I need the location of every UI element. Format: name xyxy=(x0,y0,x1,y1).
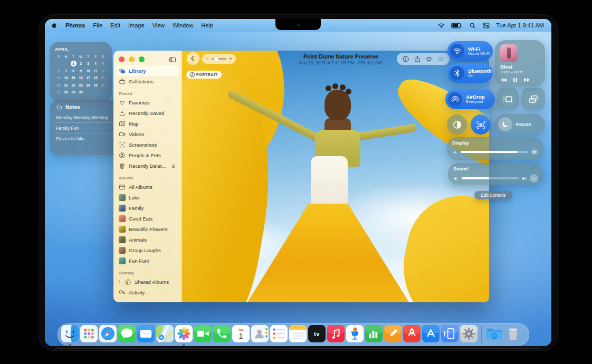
screen-mirroring-button[interactable] xyxy=(521,88,545,110)
bluetooth-toggle[interactable]: BluetoothOn xyxy=(447,63,493,83)
notes-folder-icon xyxy=(56,104,63,110)
dock-safari-icon[interactable] xyxy=(99,324,117,345)
now-playing-widget[interactable]: Blest Yuno – Blest xyxy=(495,40,545,87)
sidebar-item-family[interactable]: Family xyxy=(116,203,179,213)
volume-low-icon xyxy=(453,176,459,181)
sidebar-item-label: All Albums xyxy=(129,184,152,190)
sidebar-toggle-icon[interactable] xyxy=(168,56,177,63)
zoom-slider[interactable]: − + xyxy=(202,54,236,64)
sidebar-item-label: Fun Fun! xyxy=(129,258,149,264)
control-center-icon[interactable] xyxy=(482,22,490,29)
menu-item-window[interactable]: Window xyxy=(173,22,193,28)
airdrop-toggle[interactable]: AirDropEveryone xyxy=(445,89,495,109)
sidebar-item-shared-albums[interactable]: Shared Albums xyxy=(116,276,179,287)
apple-menu-icon[interactable] xyxy=(51,22,58,29)
sidebar-item-activity[interactable]: Activity xyxy=(116,287,179,298)
brightness-slider[interactable] xyxy=(461,151,528,153)
sidebar-item-recently-saved[interactable]: Recently Saved xyxy=(116,108,179,118)
sidebar-item-favorites[interactable]: Favorites xyxy=(116,97,179,108)
dock-tv-icon[interactable]: tv xyxy=(308,324,326,345)
dock-app-store-icon[interactable] xyxy=(422,324,440,345)
chevron-right-icon[interactable] xyxy=(117,280,121,284)
dock-keynote-icon[interactable] xyxy=(346,324,364,345)
dock-trash-icon[interactable] xyxy=(504,324,522,345)
dock-rocket-icon[interactable] xyxy=(403,324,421,345)
calendar-day-cell: 30 xyxy=(77,89,84,96)
sidebar-item-videos[interactable]: Videos xyxy=(116,129,179,139)
sidebar-section-header: Albums xyxy=(113,171,182,181)
menu-item-image[interactable]: Image xyxy=(128,22,145,28)
dock-phone-icon[interactable] xyxy=(213,324,231,345)
wifi-status-icon[interactable] xyxy=(437,22,445,29)
menu-item-help[interactable]: Help xyxy=(201,22,213,28)
track-artist: Yuno – Blest xyxy=(500,70,523,74)
dock-launchpad-icon[interactable] xyxy=(80,324,98,345)
dock-mail-icon[interactable] xyxy=(137,324,155,345)
menu-item-view[interactable]: View xyxy=(152,22,165,28)
calendar-widget[interactable]: APRIL SMTWTFS123456789101112131415161718… xyxy=(50,42,112,101)
sidebar-item-people-pets[interactable]: People & Pets xyxy=(116,150,179,160)
sidebar-item-good-eats[interactable]: Good Eats xyxy=(116,213,179,224)
minimize-window-button[interactable] xyxy=(129,56,135,62)
stage-manager-button[interactable] xyxy=(496,88,519,110)
edit-button[interactable] xyxy=(437,55,444,63)
menu-item-file[interactable]: File xyxy=(93,22,102,28)
dock-messages-icon[interactable] xyxy=(118,324,136,345)
share-button[interactable] xyxy=(414,55,421,63)
dock-music-icon[interactable] xyxy=(327,324,345,345)
sidebar-item-recently-delet[interactable]: Recently Delet… xyxy=(116,160,179,171)
info-button[interactable] xyxy=(402,55,409,63)
audio-output-button[interactable] xyxy=(530,174,538,183)
hair-knot xyxy=(346,89,351,94)
dock-facetime-icon[interactable] xyxy=(194,324,212,345)
zoom-window-button[interactable] xyxy=(139,56,145,62)
calendar-day-cell: 19 xyxy=(99,75,107,82)
display-module[interactable]: Display xyxy=(447,137,543,160)
dock-maps-icon[interactable] xyxy=(156,324,174,345)
rewind-button[interactable] xyxy=(500,76,507,83)
volume-slider[interactable] xyxy=(462,177,519,179)
back-button[interactable] xyxy=(187,52,199,65)
fast-forward-button[interactable] xyxy=(523,76,530,83)
dock-calendar-icon[interactable]: Tue1 xyxy=(232,324,250,345)
sidebar-item-fun-fun[interactable]: Fun Fun! xyxy=(116,255,179,266)
focus-toggle[interactable]: Focus xyxy=(495,114,545,135)
sidebar-item-label: Favorites xyxy=(129,100,149,106)
dock-settings-icon[interactable] xyxy=(460,324,478,345)
sidebar-item-library[interactable]: Library xyxy=(116,65,179,76)
sidebar-item-all-albums[interactable]: All Albums xyxy=(116,181,179,192)
sidebar-item-map[interactable]: Map xyxy=(116,118,179,129)
dock-notes-icon[interactable] xyxy=(289,324,307,345)
dock-iphone-mirroring-icon[interactable] xyxy=(441,324,459,345)
sidebar-item-group-laughs[interactable]: Group Laughs xyxy=(116,245,179,255)
dock-contacts-icon[interactable] xyxy=(251,324,269,345)
sidebar-item-screenshots[interactable]: Screenshots xyxy=(116,139,179,150)
sidebar-item-collections[interactable]: Collections xyxy=(116,76,179,87)
screen-capture-button[interactable] xyxy=(471,114,491,135)
dock-downloads-icon[interactable] xyxy=(485,324,503,345)
bluetooth-icon xyxy=(450,66,464,80)
menu-item-edit[interactable]: Edit xyxy=(110,22,120,28)
zoom-knob[interactable] xyxy=(214,57,218,61)
close-window-button[interactable] xyxy=(119,56,125,62)
dock-photos-icon[interactable] xyxy=(175,324,193,345)
dock-numbers-icon[interactable] xyxy=(365,324,383,345)
sidebar-item-animals[interactable]: Animals xyxy=(116,234,179,245)
menu-bar-clock[interactable]: Tue Apr 1 9:41 AM xyxy=(496,22,544,28)
favorite-button[interactable] xyxy=(425,55,433,63)
menu-app-name[interactable]: Photos xyxy=(65,22,85,28)
dock-reminders-icon[interactable] xyxy=(270,324,288,345)
edit-controls-button[interactable]: Edit Controls xyxy=(474,191,512,199)
dock-pages-icon[interactable] xyxy=(384,324,402,345)
zoom-track[interactable] xyxy=(212,58,226,60)
dock-finder-icon[interactable] xyxy=(61,324,79,345)
sidebar-item-lake[interactable]: Lake xyxy=(116,192,179,203)
map-icon xyxy=(119,120,126,127)
battery-status-icon[interactable] xyxy=(451,22,463,29)
spotlight-search-icon[interactable] xyxy=(469,22,476,29)
wifi-toggle[interactable]: Wi-FiHome Wi-Fi xyxy=(447,41,493,61)
pause-button[interactable] xyxy=(512,76,519,83)
sidebar-item-beautiful-flowers[interactable]: Beautiful Flowers xyxy=(116,224,179,234)
accessibility-button[interactable] xyxy=(447,114,467,135)
sound-module[interactable]: Sound xyxy=(448,163,543,185)
